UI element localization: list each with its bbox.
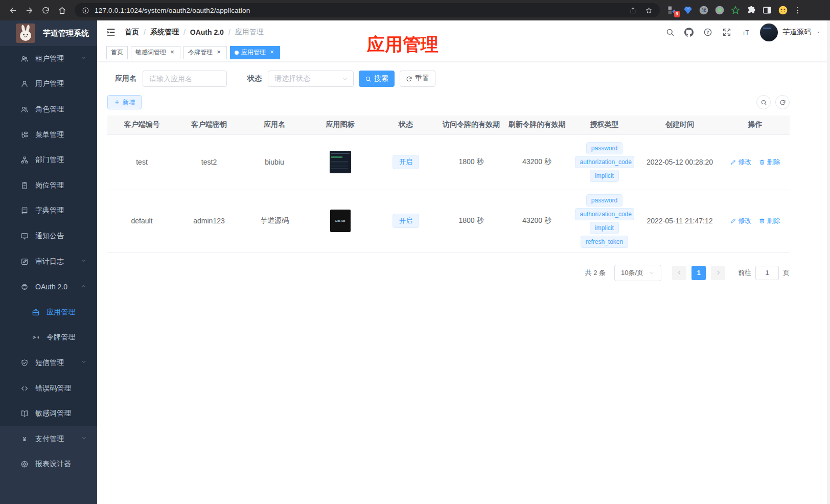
- add-button[interactable]: 新增: [107, 95, 142, 109]
- page-number-button[interactable]: 1: [691, 266, 706, 280]
- breadcrumb-item[interactable]: 系统管理: [150, 28, 179, 37]
- reload-button[interactable]: [38, 3, 53, 18]
- grant-type-badge: authorization_code: [575, 156, 634, 168]
- site-info-icon[interactable]: [82, 7, 89, 14]
- sidebar-item-dept[interactable]: 部门管理: [0, 147, 97, 173]
- edit-button[interactable]: 修改: [730, 216, 752, 225]
- sidebar-item-error-code[interactable]: 错误码管理: [0, 376, 97, 401]
- sidebar-item-menu[interactable]: 菜单管理: [0, 122, 97, 148]
- tags-view-tab[interactable]: 敏感词管理×: [131, 46, 180, 59]
- bookmark-star-icon[interactable]: [645, 7, 653, 14]
- sidebar-item-label: 菜单管理: [35, 130, 64, 140]
- signal-icon: [32, 333, 40, 341]
- edit-button[interactable]: 修改: [730, 157, 752, 167]
- share-icon[interactable]: [629, 7, 637, 14]
- edit-button-label: 修改: [739, 216, 752, 225]
- org-chart-icon: [20, 156, 29, 164]
- sidebar-item-sensitive-word[interactable]: 敏感词管理: [0, 401, 97, 426]
- table-tools: [756, 95, 790, 109]
- tags-view-tab[interactable]: 首页: [106, 46, 128, 59]
- sidebar: 芋道管理系统 租户管理用户管理角色管理菜单管理部门管理岗位管理字典管理通知公告审…: [0, 20, 97, 504]
- reset-button[interactable]: 重置: [400, 71, 435, 87]
- sidebar-item-audit[interactable]: 审计日志: [0, 249, 97, 274]
- prev-page-button[interactable]: [672, 266, 686, 280]
- gem-icon[interactable]: [683, 5, 693, 15]
- app-name-label: 应用名: [115, 74, 136, 83]
- stylus-star-icon[interactable]: [730, 5, 741, 15]
- browser-menu-icon[interactable]: ⋮: [794, 6, 801, 15]
- puzzle-icon[interactable]: [746, 5, 756, 15]
- app-icon-screenshot-thumb: [330, 151, 351, 173]
- close-icon[interactable]: ×: [169, 49, 176, 56]
- breadcrumb-item[interactable]: 首页: [125, 28, 139, 37]
- emoji-icon[interactable]: [778, 5, 788, 15]
- fullscreen-icon[interactable]: [722, 28, 731, 37]
- info-icon[interactable]: [82, 7, 89, 14]
- table-toolbar: 新增: [107, 95, 790, 109]
- browser-nav-buttons: [5, 3, 70, 18]
- chevron-up-icon: [81, 283, 87, 291]
- delete-button[interactable]: 删除: [759, 157, 780, 167]
- back-button[interactable]: [5, 3, 20, 18]
- plus-icon: [114, 99, 120, 105]
- status-select-placeholder: 请选择状态: [274, 74, 310, 83]
- next-page-button[interactable]: [711, 266, 725, 280]
- url-text[interactable]: 127.0.0.1:1024/system/oauth2/oauth2/appl…: [95, 7, 250, 14]
- refresh-table-button[interactable]: [775, 95, 790, 109]
- home-button[interactable]: [54, 3, 70, 18]
- column-header: 状态: [373, 116, 439, 134]
- breadcrumb-item[interactable]: OAuth 2.0: [190, 28, 224, 36]
- sidebar-item-user[interactable]: 用户管理: [0, 72, 97, 97]
- page-size-select[interactable]: 10条/页: [614, 265, 661, 281]
- user-menu[interactable]: 芋道源码: [760, 24, 821, 41]
- app-logo[interactable]: 芋道管理系统: [0, 20, 97, 46]
- sidebar-item-label: 短信管理: [35, 358, 64, 368]
- search-button[interactable]: 搜索: [359, 71, 395, 87]
- sidebar-item-sms[interactable]: 短信管理: [0, 350, 97, 376]
- sidebar-item-pay[interactable]: ¥支付管理: [0, 426, 97, 452]
- id-badge-icon: [20, 181, 29, 190]
- breadcrumb-separator: /: [183, 28, 186, 36]
- record-circle-icon[interactable]: [714, 5, 725, 15]
- scrollbar-track[interactable]: [827, 20, 830, 504]
- font-size-icon[interactable]: TT: [741, 28, 750, 37]
- sidebar-item-label: 审计日志: [35, 257, 64, 266]
- goto-page-input[interactable]: [755, 266, 779, 280]
- app-name-input[interactable]: [143, 71, 227, 87]
- sidebar-item-oauth2-application[interactable]: 应用管理: [0, 300, 97, 325]
- sidebar-item-label: 字典管理: [35, 206, 64, 215]
- sidebar-submenu-group: 租户管理用户管理角色管理菜单管理部门管理岗位管理字典管理通知公告审计日志OAut…: [0, 46, 97, 426]
- tab-group-icon[interactable]: 9: [667, 5, 677, 15]
- sidebar-item-notice[interactable]: 通知公告: [0, 223, 97, 249]
- help-icon[interactable]: ?: [703, 28, 712, 37]
- status-select[interactable]: 请选择状态: [268, 71, 354, 87]
- sidebar-item-role[interactable]: 角色管理: [0, 97, 97, 122]
- github-icon[interactable]: [684, 28, 694, 37]
- forward-button[interactable]: [21, 3, 37, 18]
- tags-view-tab[interactable]: 令牌管理×: [183, 46, 227, 59]
- command-circle-icon[interactable]: ⌘: [699, 5, 709, 15]
- delete-button[interactable]: 删除: [759, 216, 780, 225]
- extension-badge: 9: [674, 11, 680, 17]
- column-header: 应用名: [242, 116, 307, 134]
- split-screen-icon[interactable]: [762, 5, 772, 15]
- goto-label: 前往: [738, 268, 751, 278]
- close-icon[interactable]: ×: [268, 49, 275, 56]
- cell-app-name: biubiu: [242, 134, 307, 190]
- sidebar-item-dict[interactable]: 字典管理: [0, 198, 97, 224]
- sidebar-item-oauth2[interactable]: OAuth 2.0: [0, 274, 97, 300]
- status-badge: 开启: [393, 214, 419, 228]
- sidebar-fold-icon[interactable]: [106, 27, 116, 37]
- cell-client-id: default: [107, 190, 176, 252]
- sidebar-item-tenant[interactable]: 租户管理: [0, 46, 97, 72]
- search-icon[interactable]: [665, 28, 675, 37]
- sidebar-item-report-designer[interactable]: 报表设计器: [0, 452, 97, 477]
- address-bar[interactable]: 127.0.0.1:1024/system/oauth2/oauth2/appl…: [75, 3, 660, 17]
- grant-type-badge: refresh_token: [581, 236, 628, 248]
- close-icon[interactable]: ×: [215, 49, 222, 56]
- tags-view-tab[interactable]: 应用管理×: [230, 46, 280, 59]
- username: 芋道源码: [782, 28, 811, 37]
- sidebar-item-post[interactable]: 岗位管理: [0, 173, 97, 198]
- sidebar-item-oauth2-token[interactable]: 令牌管理: [0, 325, 97, 351]
- toggle-search-button[interactable]: [756, 95, 771, 109]
